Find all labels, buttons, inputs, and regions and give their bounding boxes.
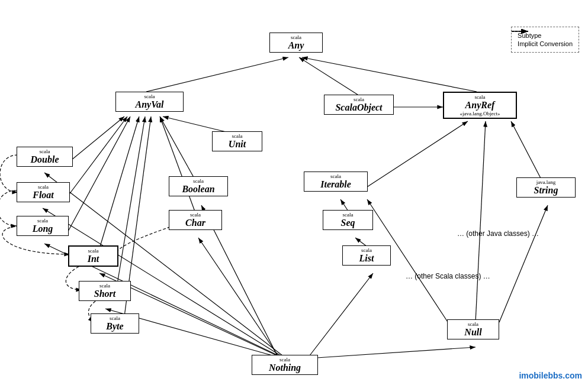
- node-anyval-pkg: scala: [121, 93, 178, 99]
- node-char-name: Char: [174, 218, 217, 228]
- node-int: scala Int: [68, 245, 118, 267]
- node-anyref-pkg: scala: [449, 94, 511, 100]
- node-double-name: Double: [22, 154, 68, 165]
- node-iterable: scala Iterable: [304, 172, 368, 192]
- node-anyref-name: AnyRef: [449, 100, 511, 111]
- svg-line-11: [117, 117, 145, 284]
- node-any-pkg: scala: [275, 34, 317, 40]
- node-float-pkg: scala: [22, 184, 65, 190]
- node-long-name: Long: [22, 224, 63, 234]
- node-seq: scala Seq: [323, 210, 373, 230]
- node-nothing: scala Nothing: [252, 355, 318, 375]
- node-byte: scala Byte: [91, 313, 139, 334]
- node-long-pkg: scala: [22, 218, 63, 224]
- node-short-name: Short: [84, 289, 126, 299]
- svg-line-28: [308, 273, 373, 358]
- node-null-name: Null: [452, 327, 494, 338]
- node-iterable-name: Iterable: [309, 179, 362, 190]
- svg-line-8: [68, 117, 127, 196]
- node-anyval-name: AnyVal: [121, 99, 178, 110]
- node-null-pkg: scala: [452, 321, 494, 327]
- node-null: scala Null: [447, 319, 499, 339]
- node-seq-name: Seq: [328, 218, 368, 228]
- node-boolean: scala Boolean: [169, 176, 228, 196]
- node-int-pkg: scala: [74, 248, 113, 254]
- node-byte-name: Byte: [96, 321, 134, 332]
- node-boolean-name: Boolean: [174, 184, 223, 195]
- node-anyref-sub: «java.lang.Object»: [449, 111, 511, 117]
- other-scala-label: … (other Scala classes) …: [406, 272, 490, 280]
- node-char: scala Char: [169, 210, 222, 230]
- node-double-pkg: scala: [22, 148, 68, 154]
- node-long: scala Long: [17, 216, 69, 236]
- node-list-pkg: scala: [348, 247, 385, 253]
- svg-line-5: [302, 57, 477, 92]
- node-nothing-name: Nothing: [257, 363, 313, 373]
- node-anyref: scala AnyRef «java.lang.Object»: [443, 92, 517, 119]
- node-seq-pkg: scala: [328, 212, 368, 218]
- legend-implicit: Implicit Conversion: [518, 40, 573, 47]
- node-iterable-pkg: scala: [309, 173, 362, 179]
- node-any-name: Any: [275, 40, 317, 51]
- svg-line-9: [68, 117, 130, 231]
- legend: Subtype Implicit Conversion: [511, 27, 579, 53]
- node-scalaobject-pkg: scala: [329, 96, 388, 102]
- node-nothing-pkg: scala: [257, 357, 313, 363]
- node-scalaobject-name: ScalaObject: [329, 102, 388, 113]
- node-int-name: Int: [74, 254, 113, 264]
- svg-line-4: [299, 57, 358, 95]
- svg-line-3: [146, 57, 288, 92]
- node-list-name: List: [348, 253, 385, 264]
- node-unit-name: Unit: [217, 139, 257, 150]
- node-short-pkg: scala: [84, 283, 126, 289]
- svg-line-7: [71, 117, 124, 160]
- node-unit: scala Unit: [212, 131, 262, 151]
- svg-line-15: [163, 117, 231, 133]
- svg-line-13: [160, 117, 195, 180]
- node-float-name: Float: [22, 190, 65, 200]
- node-byte-pkg: scala: [96, 315, 134, 321]
- node-char-pkg: scala: [174, 212, 217, 218]
- node-double: scala Double: [17, 147, 73, 167]
- svg-line-16: [367, 121, 468, 187]
- watermark: imobilebbs.com: [519, 371, 582, 380]
- node-float: scala Float: [17, 182, 70, 202]
- node-short: scala Short: [79, 281, 131, 301]
- svg-line-29: [475, 121, 486, 322]
- node-anyval: scala AnyVal: [115, 92, 184, 112]
- svg-line-27: [317, 347, 475, 358]
- svg-line-25: [198, 238, 279, 358]
- node-list: scala List: [342, 245, 391, 266]
- svg-line-14: [160, 117, 195, 213]
- node-boolean-pkg: scala: [174, 178, 223, 184]
- node-scalaobject: scala ScalaObject: [324, 95, 394, 115]
- node-unit-pkg: scala: [217, 133, 257, 139]
- node-any: scala Any: [269, 33, 323, 53]
